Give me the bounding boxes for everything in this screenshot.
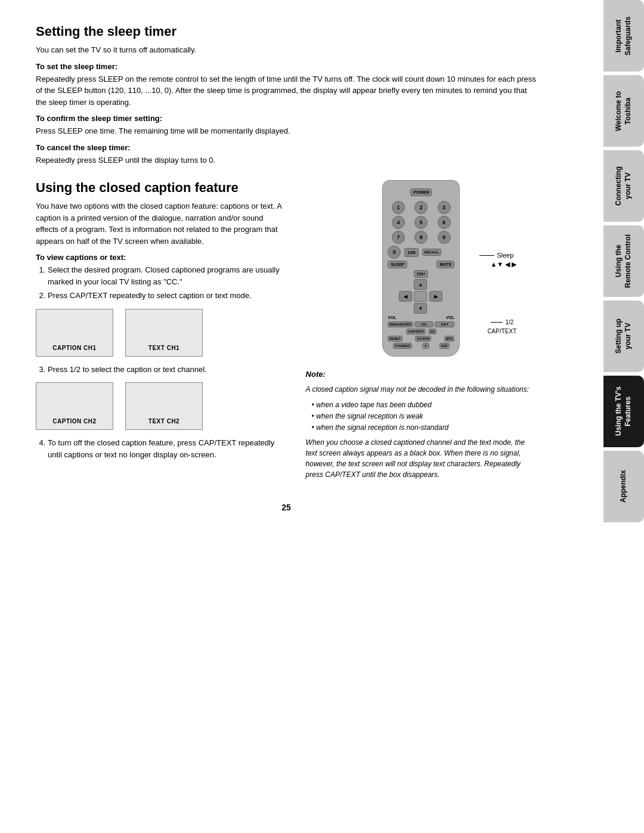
- sidebar-tab-setting-up[interactable]: Setting upyour TV: [603, 301, 644, 372]
- vol-left-label: VOL: [388, 315, 396, 320]
- reset-row: RESET CH RTN MTS: [388, 336, 454, 342]
- btn-4: 4: [392, 216, 405, 229]
- recall-button: RECALL: [422, 249, 441, 256]
- captext-annotation: CAP/TEXT: [487, 326, 516, 335]
- text-ch1-box: TEXT CH1: [125, 309, 203, 357]
- text-ch1-label: TEXT CH1: [148, 345, 179, 351]
- vol-row: VOL VOL: [388, 315, 454, 320]
- sidebar-tab-using-features[interactable]: Using the TV'sFeatures: [603, 376, 644, 447]
- captext-row: CAP/TEXT 1/2: [388, 329, 454, 335]
- step2-label: To confirm the sleep timer setting:: [36, 114, 537, 123]
- dpad-right: ▶: [429, 291, 442, 302]
- dpad-empty-tl: [399, 279, 412, 290]
- menu-row: MENU/ENTER CH- EXIT: [388, 321, 454, 327]
- btn-100: 100: [404, 248, 418, 257]
- half-label: 1/2: [505, 319, 513, 326]
- step-4: To turn off the closed caption feature, …: [48, 437, 288, 460]
- step-3: Press 1/2 to select the caption or text …: [48, 364, 288, 376]
- closed-caption-heading: Using the closed caption feature: [36, 180, 288, 196]
- btn-0: 0: [388, 246, 401, 259]
- fav-button: FAV: [439, 343, 449, 349]
- sleep-timer-intro: You can set the TV so it turns off autom…: [36, 44, 537, 56]
- bullet-3: when the signal reception is non-standar…: [312, 422, 537, 433]
- mts-button: MTS: [444, 336, 455, 342]
- exit-button: EXIT: [435, 321, 454, 327]
- vol-right-label: VOL: [446, 315, 454, 320]
- chrtn-button: CH RTN: [415, 336, 431, 342]
- note-section: Note: A closed caption signal may not be…: [306, 368, 537, 480]
- caption-ch1-label: CAPTION CH1: [52, 345, 96, 351]
- btn-2: 2: [414, 201, 428, 214]
- text-ch2-box: TEXT CH2: [125, 382, 203, 430]
- bullet-2: when the signal reception is weak: [312, 411, 537, 422]
- dpad-empty-bl: [399, 303, 412, 314]
- view-label: To view captions or text:: [36, 253, 288, 262]
- down-button: ▼: [422, 343, 429, 349]
- dpad-left: ◀: [399, 291, 412, 302]
- btn-7: 7: [392, 231, 405, 244]
- ch-plus-row: CH+: [388, 270, 454, 278]
- step2-text: Press SLEEP one time. The remaining time…: [36, 125, 537, 137]
- zero-hundred-row: 0 100 RECALL: [388, 246, 454, 259]
- sleep-timer-heading: Setting the sleep timer: [36, 24, 537, 39]
- dpad-center: [414, 291, 427, 302]
- sleep-mute-row: SLEEP MUTE: [388, 261, 454, 268]
- sidebar: ImportantSafeguards Welcome toToshiba Co…: [599, 0, 644, 833]
- btn-6: 6: [438, 216, 451, 229]
- step-2: Press CAP/TEXT repeatedly to select capt…: [48, 290, 288, 302]
- step3-text: Repeatedly press SLEEP until the display…: [36, 154, 537, 166]
- power-button: POWER: [410, 188, 432, 196]
- captext-button: CAP/TEXT: [406, 329, 426, 335]
- mute-button: MUTE: [436, 261, 454, 268]
- sidebar-tab-using-remote[interactable]: Using theRemote Control: [603, 225, 644, 297]
- menu-enter-button: MENU/ENTER: [388, 321, 413, 327]
- note-intro: A closed caption signal may not be decod…: [306, 384, 537, 395]
- dpad: ▲ ◀ ▶ ▼: [399, 279, 444, 314]
- caption-ch2-box: CAPTION CH2: [36, 382, 113, 430]
- sidebar-tab-connecting-tv[interactable]: Connectingyour TV: [603, 150, 644, 222]
- sleep-label: Sleep: [497, 252, 513, 259]
- sleep-button: SLEEP: [388, 261, 407, 268]
- dpad-empty-tr: [429, 279, 442, 290]
- dpad-up: ▲: [414, 279, 427, 290]
- caption-ch1-box: CAPTION CH1: [36, 309, 113, 357]
- caption-ch2-label: CAPTION CH2: [52, 418, 96, 425]
- btn-9: 9: [438, 231, 451, 244]
- dpad-empty-br: [429, 303, 442, 314]
- btn-1: 1: [392, 201, 405, 214]
- tv-video-button: TV/VIDEO: [393, 343, 412, 349]
- sidebar-tab-appendix[interactable]: Appendix: [603, 451, 644, 522]
- steps-list-2: Press 1/2 to select the caption or text …: [48, 364, 288, 376]
- caption-boxes-row2: CAPTION CH2 TEXT CH2: [36, 382, 288, 430]
- btn-5: 5: [414, 216, 428, 229]
- remote-container: POWER 1 2 3 4 5 6 7 8 9: [306, 180, 537, 357]
- ch-plus-button: CH+: [414, 270, 428, 278]
- note-title: Note:: [306, 368, 537, 380]
- step3-label: To cancel the sleep timer:: [36, 143, 537, 152]
- caption-boxes-row1: CAPTION CH1 TEXT CH1: [36, 309, 288, 357]
- dpad-down: ▼: [414, 303, 427, 314]
- text-ch2-label: TEXT CH2: [148, 418, 179, 425]
- step-1: Select the desired program. Closed capti…: [48, 264, 288, 287]
- step1-label: To set the sleep timer:: [36, 62, 537, 71]
- sidebar-tab-important-safeguards[interactable]: ImportantSafeguards: [603, 0, 644, 72]
- half-annotation: 1/2: [491, 319, 513, 326]
- closed-caption-intro: You have two options with the closed cap…: [36, 200, 288, 247]
- sleep-annotation: Sleep: [479, 252, 513, 259]
- note-body: When you choose a closed captioned chann…: [306, 437, 537, 480]
- note-bullets: when a video tape has been dubbed when t…: [312, 400, 537, 434]
- arrow-symbols: ▲▼ ◀ ▶: [490, 261, 516, 268]
- half-button: 1/2: [428, 329, 436, 335]
- steps-list: Select the desired program. Closed capti…: [48, 264, 288, 302]
- steps-list-3: To turn off the closed caption feature, …: [48, 437, 288, 460]
- num-grid: 1 2 3 4 5 6 7 8 9: [388, 201, 454, 244]
- sidebar-tab-welcome-toshiba[interactable]: Welcome toToshiba: [603, 75, 644, 147]
- captext-label: CAP/TEXT: [487, 328, 516, 335]
- reset-button: RESET: [388, 336, 402, 342]
- arrows-annotation: ▲▼ ◀ ▶: [490, 259, 516, 268]
- bullet-1: when a video tape has been dubbed: [312, 400, 537, 411]
- page-number: 25: [36, 503, 537, 524]
- ch-minus-button: CH-: [414, 321, 434, 327]
- btn-8: 8: [414, 231, 428, 244]
- step1-text: Repeatedly press SLEEP on the remote con…: [36, 73, 537, 109]
